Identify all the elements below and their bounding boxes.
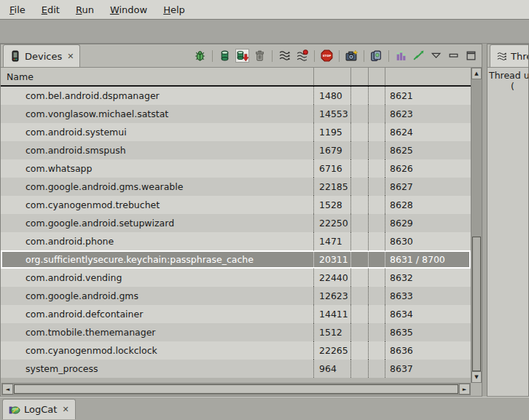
table-row[interactable]: com.cyanogenmod.trebuchet 1528 8628 bbox=[1, 196, 471, 214]
scroll-right-button[interactable]: ► bbox=[459, 384, 470, 395]
table-row[interactable]: com.android.smspush 1679 8625 bbox=[1, 141, 471, 159]
empty-cell bbox=[368, 287, 385, 305]
table-row[interactable]: com.whatsapp 6716 8626 bbox=[1, 159, 471, 178]
empty-cell bbox=[368, 123, 385, 141]
process-port: 8621 bbox=[390, 90, 413, 101]
close-icon[interactable]: ✕ bbox=[66, 52, 74, 61]
table-row[interactable]: org.sufficientlysecure.keychain:passphra… bbox=[1, 250, 471, 269]
scroll-up-button[interactable]: ▲ bbox=[471, 68, 482, 79]
table-row[interactable]: com.android.systemui 1195 8624 bbox=[1, 123, 471, 141]
toolbar-separator bbox=[364, 50, 364, 62]
threads-message-line2: ( bbox=[511, 81, 527, 92]
table-row[interactable]: com.cyanogenmod.lockclock 22265 8636 bbox=[1, 341, 471, 360]
dump-view-hierarchy-icon[interactable] bbox=[394, 49, 408, 63]
toolbar-separator bbox=[339, 50, 340, 62]
screen-capture-icon[interactable] bbox=[345, 49, 358, 63]
maximize-icon[interactable] bbox=[464, 49, 478, 63]
table-row[interactable]: com.google.android.gms.wearable 22185 86… bbox=[1, 178, 471, 196]
menu-item-window[interactable]: Window bbox=[102, 1, 155, 18]
scroll-left-button[interactable]: ◄ bbox=[2, 384, 13, 395]
empty-cell bbox=[350, 141, 368, 159]
tab-logcat[interactable]: LogCat ✕ bbox=[2, 399, 76, 419]
process-port: 8636 bbox=[390, 345, 413, 356]
process-name: com.cyanogenmod.trebuchet bbox=[26, 199, 160, 210]
process-name: com.tmobile.thememanager bbox=[26, 327, 156, 338]
table-row[interactable]: com.google.android.setupwizard 22250 862… bbox=[1, 214, 471, 232]
threads-message-line1: Thread up bbox=[489, 70, 527, 81]
minimize-icon[interactable] bbox=[447, 49, 461, 63]
process-port: 8627 bbox=[390, 181, 413, 192]
process-port: 8623 bbox=[390, 108, 413, 119]
cause-gc-icon[interactable] bbox=[253, 49, 267, 63]
toolbar-separator bbox=[212, 50, 213, 62]
tab-devices-label: Devices bbox=[25, 51, 62, 62]
table-row[interactable]: com.google.android.gms 12623 8633 bbox=[1, 287, 471, 305]
process-port: 8635 bbox=[390, 327, 413, 338]
process-port: 8634 bbox=[390, 309, 413, 320]
start-method-profiling-icon[interactable] bbox=[295, 49, 309, 63]
scroll-down-button[interactable]: ▼ bbox=[471, 371, 482, 383]
close-icon[interactable]: ✕ bbox=[60, 405, 68, 414]
menu-item-file[interactable]: File bbox=[1, 1, 34, 18]
devices-panel: Devices ✕ bbox=[0, 44, 482, 397]
process-pid: 1195 bbox=[319, 127, 342, 138]
empty-cell bbox=[368, 341, 385, 360]
tab-threads[interactable]: Threads bbox=[490, 44, 529, 67]
table-row[interactable]: system_process 964 8637 bbox=[1, 360, 471, 378]
table-row[interactable]: com.android.defcontainer 14411 8634 bbox=[1, 305, 471, 323]
table-row[interactable]: com.android.phone 1471 8630 bbox=[1, 232, 471, 250]
empty-cell bbox=[350, 87, 368, 105]
menu-item-edit[interactable]: Edit bbox=[34, 1, 68, 18]
toolbar-separator bbox=[314, 50, 315, 62]
stop-process-icon[interactable]: STOP bbox=[320, 49, 334, 63]
process-pid: 14411 bbox=[319, 309, 348, 320]
process-port: 8631 / 8700 bbox=[390, 254, 445, 265]
empty-cell bbox=[350, 250, 368, 269]
vertical-scrollbar[interactable]: ▲ ▼ bbox=[471, 68, 482, 383]
empty-cell bbox=[368, 250, 385, 269]
dump-hprof-icon[interactable] bbox=[235, 49, 249, 63]
horizontal-scrollbar[interactable]: ◄ ► bbox=[1, 383, 471, 395]
menu-item-help[interactable]: Help bbox=[155, 1, 193, 18]
view-menu-icon[interactable] bbox=[429, 49, 443, 63]
empty-cell bbox=[350, 287, 368, 305]
empty-cell bbox=[350, 214, 368, 232]
multi-screen-capture-icon[interactable] bbox=[369, 49, 383, 63]
process-name: com.android.vending bbox=[26, 272, 122, 283]
table-row[interactable]: com.vonglasow.michael.satstat 14553 8623 bbox=[1, 105, 471, 123]
menu-item-run[interactable]: Run bbox=[68, 1, 102, 18]
process-pid: 1471 bbox=[319, 236, 342, 247]
process-pid: 1480 bbox=[319, 90, 342, 101]
process-name: com.google.android.gms.wearable bbox=[26, 181, 183, 192]
update-threads-icon[interactable] bbox=[278, 49, 291, 63]
column-header-name[interactable]: Name bbox=[1, 68, 313, 85]
debug-process-icon[interactable] bbox=[193, 49, 207, 63]
process-port: 8629 bbox=[390, 218, 413, 229]
process-pid: 20311 bbox=[319, 254, 348, 265]
column-header-threads[interactable] bbox=[368, 68, 385, 85]
process-name: com.bel.android.dspmanager bbox=[26, 90, 160, 101]
capture-systrace-icon[interactable] bbox=[412, 49, 426, 63]
column-header-pid[interactable] bbox=[313, 68, 350, 85]
process-name: com.whatsapp bbox=[26, 163, 92, 174]
process-name: com.cyanogenmod.lockclock bbox=[26, 345, 157, 356]
column-header-heap[interactable] bbox=[350, 68, 368, 85]
vertical-scroll-thumb[interactable] bbox=[472, 237, 481, 371]
tab-devices[interactable]: Devices ✕ bbox=[3, 44, 80, 67]
threads-panel: Threads Thread up ( bbox=[487, 44, 529, 397]
process-pid: 22185 bbox=[319, 181, 348, 192]
process-pid: 1679 bbox=[319, 145, 342, 156]
process-port: 8628 bbox=[390, 199, 413, 210]
process-pid: 22265 bbox=[319, 345, 348, 356]
main-toolbar-empty bbox=[0, 20, 529, 44]
process-pid: 22250 bbox=[319, 218, 348, 229]
table-row[interactable]: com.tmobile.thememanager 1512 8635 bbox=[1, 323, 471, 341]
table-row[interactable]: com.bel.android.dspmanager 1480 8621 bbox=[1, 87, 471, 105]
process-port: 8625 bbox=[390, 145, 413, 156]
column-header-port[interactable] bbox=[385, 68, 471, 85]
horizontal-scroll-thumb[interactable] bbox=[14, 384, 458, 394]
devices-toolbar: STOP bbox=[193, 44, 482, 67]
update-heap-icon[interactable] bbox=[218, 49, 232, 63]
empty-cell bbox=[368, 159, 385, 178]
table-row[interactable]: com.android.vending 22440 8632 bbox=[1, 269, 471, 287]
